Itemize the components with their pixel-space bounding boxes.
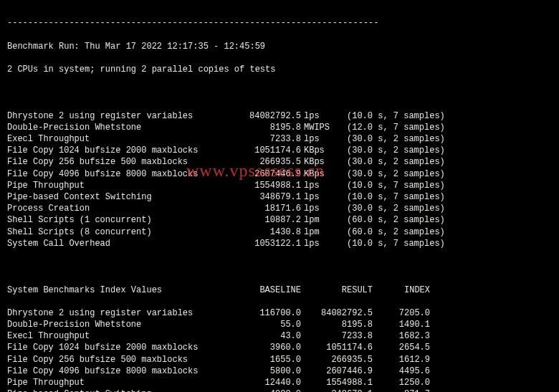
index-baseline: 116700.0 [236, 307, 301, 319]
index-values-block: Dhrystone 2 using register variables1167… [7, 307, 552, 392]
index-value: 2654.5 [373, 342, 430, 353]
test-name: Pipe-based Context Switching [7, 191, 229, 203]
test-name: System Call Overhead [7, 238, 229, 249]
separator-line: ----------------------------------------… [7, 17, 552, 29]
terminal-output: ----------------------------------------… [0, 0, 559, 392]
index-test-name: File Copy 256 bufsize 500 maxblocks [7, 354, 236, 365]
index-header-title: System Benchmarks Index Values [7, 285, 236, 296]
test-timing: (10.0 s, 7 samples) [338, 180, 476, 191]
index-header-index: INDEX [373, 285, 430, 296]
index-row: Dhrystone 2 using register variables1167… [7, 307, 552, 319]
index-result: 2607446.9 [301, 365, 373, 377]
test-name: File Copy 1024 bufsize 2000 maxblocks [7, 145, 229, 156]
test-name: File Copy 256 bufsize 500 maxblocks [7, 156, 229, 168]
index-result: 7233.8 [301, 330, 373, 342]
index-test-name: Execl Throughput [7, 330, 236, 342]
index-test-name: File Copy 1024 bufsize 2000 maxblocks [7, 342, 236, 353]
test-unit: lps [301, 203, 338, 214]
index-test-name: Double-Precision Whetstone [7, 319, 236, 330]
index-baseline: 43.0 [236, 330, 301, 342]
test-value: 2607446.9 [229, 168, 301, 180]
test-result-row: Shell Scripts (1 concurrent)10887.2lpm(6… [7, 214, 552, 226]
index-result: 348679.1 [301, 388, 373, 392]
test-unit: KBps [301, 145, 338, 156]
test-timing: (10.0 s, 7 samples) [338, 191, 476, 203]
test-unit: lpm [301, 214, 338, 226]
index-value: 1490.1 [373, 319, 430, 330]
index-result: 8195.8 [301, 319, 373, 330]
index-value: 4495.6 [373, 365, 430, 377]
test-name: File Copy 4096 bufsize 8000 maxblocks [7, 168, 229, 180]
index-baseline: 5800.0 [236, 365, 301, 377]
test-unit: lps [301, 238, 338, 249]
index-row: Pipe-based Context Switching4000.0348679… [7, 388, 552, 392]
test-name: Execl Throughput [7, 133, 229, 145]
index-test-name: Dhrystone 2 using register variables [7, 307, 236, 319]
test-unit: MWIPS [301, 122, 338, 133]
index-row: File Copy 256 bufsize 500 maxblocks1655.… [7, 354, 552, 365]
test-result-row: File Copy 4096 bufsize 8000 maxblocks260… [7, 168, 552, 180]
blank-line [7, 87, 552, 98]
index-header-baseline: BASELINE [236, 285, 301, 296]
test-result-row: Process Creation18171.6lps(30.0 s, 2 sam… [7, 203, 552, 214]
test-value: 266935.5 [229, 156, 301, 168]
test-name: Shell Scripts (8 concurrent) [7, 226, 229, 238]
index-result: 84082792.5 [301, 307, 373, 319]
test-name: Dhrystone 2 using register variables [7, 110, 229, 122]
index-test-name: File Copy 4096 bufsize 8000 maxblocks [7, 365, 236, 377]
index-header-row: System Benchmarks Index ValuesBASELINERE… [7, 285, 552, 296]
test-value: 10887.2 [229, 214, 301, 226]
test-value: 7233.8 [229, 133, 301, 145]
test-result-row: Shell Scripts (8 concurrent)1430.8lpm(60… [7, 226, 552, 238]
test-value: 18171.6 [229, 203, 301, 214]
test-timing: (60.0 s, 2 samples) [338, 214, 476, 226]
index-baseline: 4000.0 [236, 388, 301, 392]
index-row: Pipe Throughput12440.01554988.11250.0 [7, 377, 552, 388]
test-unit: KBps [301, 168, 338, 180]
blank-line [7, 261, 552, 272]
test-results-block: Dhrystone 2 using register variables8408… [7, 110, 552, 249]
test-result-row: File Copy 1024 bufsize 2000 maxblocks105… [7, 145, 552, 156]
index-result: 1554988.1 [301, 377, 373, 388]
test-timing: (30.0 s, 2 samples) [338, 203, 476, 214]
test-result-row: Pipe-based Context Switching348679.1lps(… [7, 191, 552, 203]
test-value: 1053122.1 [229, 238, 301, 249]
test-value: 8195.8 [229, 122, 301, 133]
index-row: File Copy 4096 bufsize 8000 maxblocks580… [7, 365, 552, 377]
test-timing: (10.0 s, 7 samples) [338, 110, 476, 122]
index-row: Execl Throughput43.07233.81682.3 [7, 330, 552, 342]
test-timing: (30.0 s, 2 samples) [338, 156, 476, 168]
test-unit: lps [301, 110, 338, 122]
test-timing: (30.0 s, 2 samples) [338, 133, 476, 145]
index-value: 871.7 [373, 388, 430, 392]
index-baseline: 55.0 [236, 319, 301, 330]
test-unit: lpm [301, 226, 338, 238]
index-value: 1612.9 [373, 354, 430, 365]
index-row: Double-Precision Whetstone55.08195.81490… [7, 319, 552, 330]
test-value: 84082792.5 [229, 110, 301, 122]
index-baseline: 3960.0 [236, 342, 301, 353]
index-result: 266935.5 [301, 354, 373, 365]
index-test-name: Pipe-based Context Switching [7, 388, 236, 392]
test-result-row: Execl Throughput7233.8lps(30.0 s, 2 samp… [7, 133, 552, 145]
test-timing: (10.0 s, 7 samples) [338, 238, 476, 249]
index-result: 1051174.6 [301, 342, 373, 353]
index-baseline: 1655.0 [236, 354, 301, 365]
test-timing: (60.0 s, 2 samples) [338, 226, 476, 238]
cpu-info-line: 2 CPUs in system; running 2 parallel cop… [7, 64, 552, 75]
test-unit: lps [301, 133, 338, 145]
test-result-row: Pipe Throughput1554988.1lps(10.0 s, 7 sa… [7, 180, 552, 191]
index-test-name: Pipe Throughput [7, 377, 236, 388]
test-result-row: System Call Overhead1053122.1lps(10.0 s,… [7, 238, 552, 249]
test-name: Double-Precision Whetstone [7, 122, 229, 133]
test-result-row: Dhrystone 2 using register variables8408… [7, 110, 552, 122]
test-unit: KBps [301, 156, 338, 168]
test-value: 348679.1 [229, 191, 301, 203]
index-value: 7205.0 [373, 307, 430, 319]
test-timing: (30.0 s, 2 samples) [338, 145, 476, 156]
index-value: 1682.3 [373, 330, 430, 342]
test-name: Pipe Throughput [7, 180, 229, 191]
test-timing: (12.0 s, 7 samples) [338, 122, 476, 133]
index-row: File Copy 1024 bufsize 2000 maxblocks396… [7, 342, 552, 353]
test-result-row: Double-Precision Whetstone8195.8MWIPS(12… [7, 122, 552, 133]
